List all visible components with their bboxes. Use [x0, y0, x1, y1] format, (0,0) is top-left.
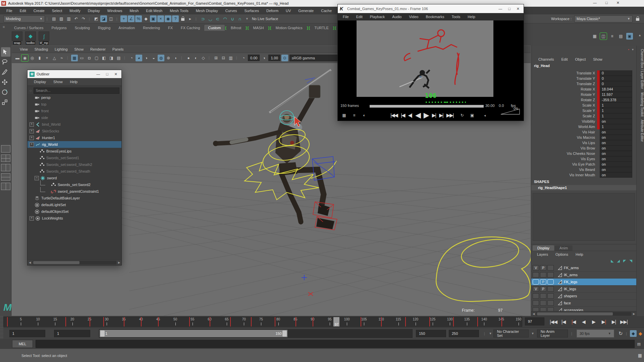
expand-toggle-icon[interactable]: +: [30, 136, 34, 140]
channel-attr-value[interactable]: 0: [600, 81, 632, 86]
menu-modify[interactable]: Modify: [66, 9, 84, 13]
chevron-down-icon[interactable]: ▼: [531, 332, 534, 335]
step-back-frame-button[interactable]: |◀: [558, 319, 569, 324]
thumbnail-view-icon[interactable]: ▦: [341, 112, 347, 119]
shelf-tab-curves-surfaces[interactable]: Curves / Surfaces: [10, 25, 47, 31]
layer-playback-box[interactable]: [540, 300, 546, 306]
list-view-icon[interactable]: ≡: [351, 112, 358, 119]
layer-row-IK_arms[interactable]: IK_arms: [531, 272, 636, 279]
snapshot-icon[interactable]: ▣: [469, 112, 476, 119]
channel-attr-value[interactable]: on: [600, 129, 632, 135]
layout-four-pane[interactable]: [1, 155, 10, 162]
channel-attr-value[interactable]: 1: [600, 113, 632, 119]
highlight-selection-icon[interactable]: ▸: [187, 15, 194, 22]
channel-attr-value[interactable]: on: [600, 172, 632, 178]
outliner-item-Swords-set-Sword1[interactable]: Swords_set:Sword1: [28, 155, 121, 161]
expand-toggle-icon[interactable]: −: [35, 176, 39, 180]
menu-mesh-tools[interactable]: Mesh Tools: [166, 9, 192, 13]
close-button[interactable]: ✕: [517, 7, 520, 11]
shape-node-name[interactable]: rig_HeadShape1: [531, 185, 636, 190]
channel-attr-scale-z[interactable]: Scale Z1: [531, 113, 636, 119]
step-forward-key-button[interactable]: ▶|: [599, 319, 609, 324]
input-line-icon-4[interactable]: ◠: [222, 15, 228, 22]
menu-create[interactable]: Create: [30, 9, 48, 13]
channel-attr-value[interactable]: 1: [600, 103, 632, 108]
shelf-tab-mash[interactable]: MASH: [249, 25, 268, 31]
maximize-button[interactable]: □: [605, 1, 608, 7]
layer-row-shapers[interactable]: shapers: [531, 293, 636, 300]
layer-menu-options[interactable]: Options: [552, 252, 572, 256]
layer-editor-tab-display[interactable]: Display: [533, 245, 554, 251]
layer-display-box[interactable]: [547, 279, 554, 285]
layout-outliner-persp[interactable]: [1, 183, 10, 190]
minimize-button[interactable]: —: [498, 7, 502, 11]
layer-row-IK_legs[interactable]: VPIK_legs: [531, 286, 636, 293]
xray-icon[interactable]: ◇: [200, 55, 207, 61]
shelf-button-toolbo[interactable]: ◆toolbo: [25, 32, 36, 45]
snap-curve-icon[interactable]: ∠: [128, 15, 135, 22]
outliner-menu-help[interactable]: Help: [66, 80, 82, 84]
channel-attr-world-aim[interactable]: World Aim1: [531, 124, 636, 129]
screen-space-ao-icon[interactable]: ⊛: [165, 55, 172, 61]
outliner-menu-display[interactable]: Display: [30, 80, 50, 84]
pin-channel-box-icon[interactable]: ▪: [628, 48, 629, 51]
layer-visibility-box[interactable]: [533, 300, 539, 306]
divider[interactable]: |: [47, 15, 49, 22]
field-chart-icon[interactable]: ◧: [101, 55, 107, 61]
player-progress-bar[interactable]: [370, 105, 484, 108]
expand-toggle-icon[interactable]: +: [30, 142, 34, 147]
menu-file[interactable]: File: [3, 9, 16, 13]
move-layer-up-icon[interactable]: ◣: [611, 259, 613, 263]
outliner-item-side[interactable]: side: [28, 114, 121, 121]
outliner-title-bar[interactable]: M Outliner — □ ✕: [28, 70, 121, 78]
select-object-icon[interactable]: ◪: [100, 15, 107, 22]
outliner-item-bind-World[interactable]: +bind_World: [28, 121, 121, 128]
channel-attr-rotate-y[interactable]: Rotate Y11.597: [531, 92, 636, 97]
step-forward-frame-button[interactable]: ▶|: [609, 319, 619, 324]
paint-select-tool[interactable]: [1, 67, 10, 77]
oversca n-icon[interactable]: ≈: [58, 55, 65, 61]
player-menu-tools[interactable]: Tools: [448, 15, 464, 19]
viewport-settings-icon[interactable]: ▥: [227, 55, 234, 61]
animation-end-field[interactable]: 250: [449, 330, 479, 337]
empty-layer-icon[interactable]: ◤: [623, 259, 626, 263]
panel-menu-lighting[interactable]: Lighting: [51, 47, 71, 51]
menu-edit[interactable]: Edit: [16, 9, 30, 13]
outliner-window[interactable]: M Outliner — □ ✕ DisplayShowHelp ◌ Searc…: [27, 70, 122, 265]
channel-attr-value[interactable]: on: [600, 119, 632, 124]
animation-start-field[interactable]: 1: [9, 330, 46, 337]
select-camera-icon[interactable]: ▬: [14, 55, 21, 61]
input-line-icon-1[interactable]: ⊃: [200, 15, 206, 22]
view-transform-icon[interactable]: ⊙: [281, 55, 288, 61]
channel-attr-value[interactable]: on: [600, 135, 632, 140]
outliner-item-rig-World[interactable]: +rig_World: [28, 141, 121, 148]
shelf-tab-fx-caching[interactable]: FX Caching: [177, 25, 204, 31]
tool-settings-icon[interactable]: ≡: [609, 33, 615, 40]
safe-action-icon[interactable]: ◨: [108, 55, 115, 61]
input-line-icon-3[interactable]: ⊂: [214, 15, 221, 22]
channel-attr-value[interactable]: on: [600, 167, 632, 172]
playback-speed-selector[interactable]: 30 fps▼: [577, 329, 614, 338]
undo-icon[interactable]: ↶: [73, 15, 79, 22]
range-end-handle[interactable]: [282, 330, 287, 337]
close-button[interactable]: ✕: [114, 72, 117, 76]
player-menu-video[interactable]: Video: [405, 15, 422, 19]
exposure-icon[interactable]: ◔: [240, 55, 247, 61]
command-input[interactable]: [36, 340, 635, 348]
scroll-left-icon[interactable]: ◀: [28, 261, 32, 264]
menu-windows[interactable]: Windows: [104, 9, 126, 13]
channel-attr-value[interactable]: 11.597: [600, 92, 632, 97]
play-forwards-button[interactable]: ▶: [589, 319, 599, 324]
motion-blur-icon[interactable]: ◗: [172, 55, 179, 61]
animation-preferences-icon[interactable]: ◆: [637, 330, 644, 337]
layout-single-pane[interactable]: [1, 145, 10, 153]
go-to-end-button[interactable]: ▶▶|: [619, 319, 629, 324]
minimize-button[interactable]: —: [96, 72, 100, 76]
open-scene-icon[interactable]: ▧: [58, 15, 65, 22]
layer-row-FK_arms[interactable]: VPFK_arms: [531, 264, 636, 272]
player-menu-bookmarks[interactable]: Bookmarks: [422, 15, 448, 19]
scroll-right-icon[interactable]: ▶: [117, 261, 121, 264]
loop-playback-icon[interactable]: ↻: [618, 330, 624, 337]
color-palette-icon[interactable]: ◐: [361, 112, 368, 119]
outliner-menu-show[interactable]: Show: [50, 80, 66, 84]
